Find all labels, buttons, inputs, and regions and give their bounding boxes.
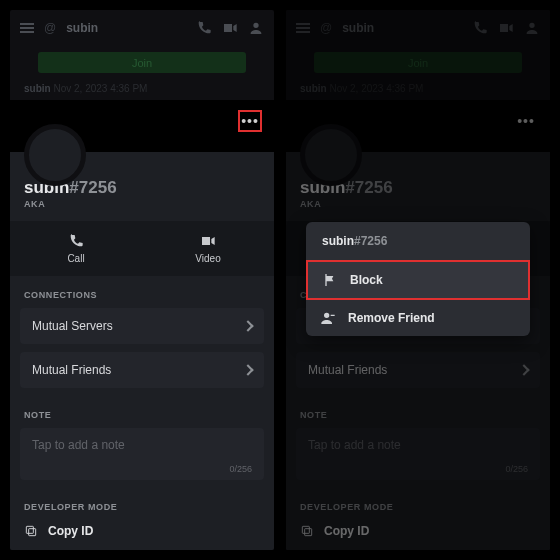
video-icon[interactable] — [222, 20, 238, 36]
menu-title: subin#7256 — [306, 222, 530, 260]
video-icon[interactable] — [498, 20, 514, 36]
copy-icon — [24, 524, 38, 538]
mutual-friends-row[interactable]: Mutual Friends — [20, 352, 264, 388]
devmode-heading: DEVELOPER MODE — [286, 488, 550, 520]
note-input[interactable]: Tap to add a note 0/256 — [296, 428, 540, 480]
profile-banner: ••• — [286, 100, 550, 152]
action-row: Call Video — [10, 221, 274, 276]
svg-rect-1 — [26, 526, 33, 533]
flag-icon — [322, 272, 338, 288]
message-preview: subin Nov 2, 2023 4:36 PM — [286, 73, 550, 100]
screenshot-left: @ subin Join subin Nov 2, 2023 4:36 PM •… — [10, 10, 274, 550]
join-call-button[interactable]: Join — [314, 52, 522, 74]
at-symbol: @ — [320, 21, 332, 35]
connections-heading: CONNECTIONS — [10, 276, 274, 308]
remove-friend-icon — [320, 310, 336, 326]
copy-id-label: Copy ID — [324, 524, 369, 538]
menu-icon[interactable] — [20, 27, 34, 29]
call-icon[interactable] — [472, 20, 488, 36]
copy-id-label: Copy ID — [48, 524, 93, 538]
avatar[interactable] — [300, 124, 362, 186]
copy-icon — [300, 524, 314, 538]
note-placeholder: Tap to add a note — [32, 438, 252, 452]
phone-icon — [67, 233, 85, 249]
note-placeholder: Tap to add a note — [308, 438, 528, 452]
svg-rect-2 — [305, 529, 312, 536]
at-symbol: @ — [44, 21, 56, 35]
video-button[interactable]: Video — [142, 221, 274, 276]
chevron-right-icon — [518, 364, 529, 375]
note-counter: 0/256 — [308, 452, 528, 474]
more-options-button[interactable]: ••• — [514, 110, 538, 132]
video-label: Video — [195, 253, 220, 264]
chat-title: subin — [342, 21, 374, 35]
ellipsis-icon: ••• — [241, 113, 259, 129]
camera-icon — [199, 233, 217, 249]
note-input[interactable]: Tap to add a note 0/256 — [20, 428, 264, 480]
note-heading: NOTE — [10, 396, 274, 428]
profile-banner: ••• — [10, 100, 274, 152]
mutual-friends-label: Mutual Friends — [308, 363, 387, 377]
context-menu: subin#7256 Block Remove Friend — [306, 222, 530, 336]
copy-id-button[interactable]: Copy ID — [286, 520, 550, 550]
call-icon[interactable] — [196, 20, 212, 36]
copy-id-button[interactable]: Copy ID — [10, 520, 274, 550]
screenshot-right: @ subin Join subin Nov 2, 2023 4:36 PM •… — [286, 10, 550, 550]
note-heading: NOTE — [286, 396, 550, 428]
ellipsis-icon: ••• — [517, 113, 535, 129]
message-preview: subin Nov 2, 2023 4:36 PM — [10, 73, 274, 100]
chat-title: subin — [66, 21, 98, 35]
mutual-friends-label: Mutual Friends — [32, 363, 111, 377]
chat-header: @ subin — [10, 10, 274, 46]
mutual-servers-row[interactable]: Mutual Servers — [20, 308, 264, 344]
join-label: Join — [132, 57, 152, 69]
more-options-button[interactable]: ••• — [238, 110, 262, 132]
svg-rect-0 — [29, 529, 36, 536]
call-label: Call — [67, 253, 84, 264]
mutual-friends-row[interactable]: Mutual Friends — [296, 352, 540, 388]
join-call-button[interactable]: Join — [38, 52, 246, 74]
svg-rect-3 — [302, 526, 309, 533]
call-button[interactable]: Call — [10, 221, 142, 276]
profile-card: subin#7256 AKA Call Video CONNECTIONS Mu… — [10, 152, 274, 550]
avatar[interactable] — [24, 124, 86, 186]
aka-label: AKA — [10, 198, 274, 219]
join-label: Join — [408, 57, 428, 69]
chevron-right-icon — [242, 364, 253, 375]
menu-icon[interactable] — [296, 27, 310, 29]
block-label: Block — [350, 273, 383, 287]
chevron-right-icon — [242, 320, 253, 331]
devmode-heading: DEVELOPER MODE — [10, 488, 274, 520]
chat-header: @ subin — [286, 10, 550, 46]
members-icon[interactable] — [248, 20, 264, 36]
note-counter: 0/256 — [32, 452, 252, 474]
block-menu-item[interactable]: Block — [306, 260, 530, 300]
members-icon[interactable] — [524, 20, 540, 36]
remove-friend-menu-item[interactable]: Remove Friend — [306, 300, 530, 336]
mutual-servers-label: Mutual Servers — [32, 319, 113, 333]
remove-friend-label: Remove Friend — [348, 311, 435, 325]
profile-card: subin#7256 AKA Call Video CONNECTIONS Mu… — [286, 152, 550, 550]
aka-label: AKA — [286, 198, 550, 219]
